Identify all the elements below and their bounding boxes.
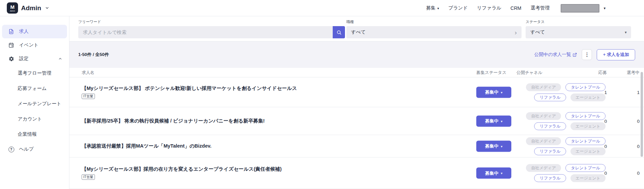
sidebar-item-application-form[interactable]: 応募フォーム bbox=[0, 81, 69, 96]
brand-name: Admin bbox=[21, 4, 41, 12]
status-filter: ステータス すべて ▾ bbox=[526, 19, 631, 38]
status-label: 募集中 bbox=[485, 170, 498, 176]
job-title-link[interactable]: 【承認前送付厳禁】採用MAツール「MyTalent」のBizdev. bbox=[82, 143, 212, 149]
table-row: 【承認前送付厳禁】採用MAツール「MyTalent」のBizdev. 募集中 ▾… bbox=[69, 135, 644, 157]
caret-down-icon: ▾ bbox=[501, 171, 502, 175]
screening-count: 1 bbox=[619, 90, 640, 95]
brand-menu[interactable]: M Admin Admin bbox=[7, 2, 49, 14]
caret-down-icon: ▾ bbox=[625, 30, 627, 35]
nav-brand-label: ブランド bbox=[448, 5, 468, 11]
nav-referral-label: リファラル bbox=[477, 5, 501, 11]
channel-badge: 自社メディア bbox=[526, 83, 561, 91]
status-dropdown-button[interactable]: 募集中 ▾ bbox=[476, 87, 511, 98]
sidebar-item-jobs[interactable]: 求人 bbox=[2, 25, 67, 38]
screening-count: 0 bbox=[619, 144, 640, 149]
job-title-link[interactable]: 【Myシリーズセールス部】採用の在り方を変えるエンタープライズセールス(責任者候… bbox=[82, 166, 282, 172]
channel-badge: リファラル bbox=[534, 93, 566, 101]
sidebar-subitem-label: 選考フロー管理 bbox=[18, 70, 51, 76]
topbar: M Admin Admin 募集 ▾ ブランド リファラル CRM 選考管理 ▾ bbox=[0, 0, 644, 16]
chevron-down-icon bbox=[45, 6, 49, 10]
screening-count: 0 bbox=[619, 118, 640, 124]
help-icon: ? bbox=[8, 146, 14, 152]
external-link-icon bbox=[573, 53, 577, 57]
sidebar-item-help[interactable]: ? ヘルプ bbox=[0, 143, 69, 156]
sidebar-subitem-label: メールテンプレート bbox=[18, 101, 61, 107]
sidebar-item-label: ヘルプ bbox=[19, 146, 34, 152]
sidebar-subitem-label: 応募フォーム bbox=[18, 86, 47, 92]
nav-crm[interactable]: CRM bbox=[511, 5, 522, 11]
table-row: 【Myシリーズセールス部】採用の在り方を変えるエンタープライズセールス(責任者候… bbox=[69, 157, 644, 189]
vertical-scrollbar-thumb[interactable] bbox=[641, 72, 643, 157]
status-select[interactable]: すべて ▾ bbox=[526, 26, 631, 38]
sidebar-item-label: イベント bbox=[19, 42, 38, 48]
gear-icon bbox=[8, 56, 14, 62]
keyword-label: フリーワード bbox=[78, 19, 345, 24]
sidebar-item-mail-template[interactable]: メールテンプレート bbox=[0, 96, 69, 111]
sidebar-item-label: 求人 bbox=[19, 29, 29, 35]
public-jobs-link[interactable]: 公開中の求人一覧 bbox=[534, 52, 577, 58]
nav-referral[interactable]: リファラル bbox=[477, 5, 501, 11]
job-category-tag: IT営業 bbox=[82, 174, 95, 180]
applications-count: 0 bbox=[587, 171, 607, 176]
logo-letter: M bbox=[10, 4, 15, 10]
sidebar-item-company-info[interactable]: 企業情報 bbox=[0, 127, 69, 142]
table-header: 求人名 募集ステータス 公開チャネル 応募 選考中 bbox=[69, 68, 644, 77]
logo-subtext: Admin bbox=[10, 10, 15, 12]
job-title-cell: 【Myシリーズセールス部】 ポテンシャル歓迎!新しい採用マーケットを創るインサイ… bbox=[82, 85, 453, 99]
kebab-icon: ⋮ bbox=[584, 52, 590, 58]
sidebar: 求人 イベント 設定 選考フロー管理 応募フォーム メールテンプレート アカウン… bbox=[0, 16, 69, 189]
status-dropdown-button[interactable]: 募集中 ▾ bbox=[476, 168, 511, 179]
search-button[interactable] bbox=[333, 26, 345, 38]
main-content: フリーワード 職種 すべて › ステータス すべて ▾ bbox=[69, 16, 644, 189]
more-actions-button[interactable]: ⋮ bbox=[582, 49, 592, 60]
job-category-tag: IT営業 bbox=[82, 94, 95, 99]
job-title-link[interactable]: 【新卒採用/25卒】 将来の執行役員候補 / ビジョナリーカンパニーを創る新卒募… bbox=[82, 118, 265, 124]
document-icon bbox=[8, 29, 14, 35]
calendar-icon bbox=[8, 42, 14, 48]
sidebar-item-events[interactable]: イベント bbox=[0, 38, 69, 52]
add-job-button[interactable]: + 求人を追加 bbox=[597, 49, 635, 60]
jobtype-selected-value: すべて bbox=[351, 29, 366, 35]
job-title-cell: 【Myシリーズセールス部】採用の在り方を変えるエンタープライズセールス(責任者候… bbox=[82, 166, 453, 180]
nav-screening[interactable]: 選考管理 bbox=[530, 5, 549, 11]
channel-badge: リファラル bbox=[534, 147, 566, 155]
results-toolbar: 1-50件 / 全50件 公開中の求人一覧 ⋮ + 求人を追加 bbox=[69, 41, 644, 68]
filter-panel: フリーワード 職種 すべて › ステータス すべて ▾ bbox=[69, 16, 644, 41]
status-label: 募集中 bbox=[485, 89, 498, 95]
jobtype-select[interactable]: すべて › bbox=[346, 26, 522, 38]
sidebar-item-account[interactable]: アカウント bbox=[0, 111, 69, 127]
status-label: ステータス bbox=[526, 19, 631, 24]
channel-badge: 自社メディア bbox=[526, 137, 561, 145]
status-selected-value: すべて bbox=[530, 29, 545, 35]
jobtype-label: 職種 bbox=[346, 19, 522, 24]
account-menu[interactable]: ▾ bbox=[559, 4, 606, 13]
channel-badge: 自社メディア bbox=[526, 164, 561, 172]
jobtype-filter: 職種 すべて › bbox=[346, 19, 522, 38]
sidebar-item-settings[interactable]: 設定 bbox=[0, 52, 69, 65]
applications-count: 0 bbox=[587, 118, 607, 124]
col-header-job-name: 求人名 bbox=[82, 70, 95, 75]
caret-down-icon: ▾ bbox=[501, 119, 502, 123]
sidebar-subitem-label: 企業情報 bbox=[18, 131, 37, 137]
caret-down-icon: ▾ bbox=[501, 144, 502, 148]
nav-brand[interactable]: ブランド bbox=[448, 5, 468, 11]
nav-recruiting[interactable]: 募集 ▾ bbox=[426, 5, 439, 11]
public-jobs-link-label: 公開中の求人一覧 bbox=[534, 52, 571, 58]
job-title-link[interactable]: 【Myシリーズセールス部】 ポテンシャル歓迎!新しい採用マーケットを創るインサイ… bbox=[82, 85, 297, 91]
screening-count: 0 bbox=[619, 171, 640, 176]
search-icon bbox=[336, 30, 342, 35]
sidebar-item-selection-flow[interactable]: 選考フロー管理 bbox=[0, 65, 69, 81]
nav-crm-label: CRM bbox=[511, 5, 522, 11]
channel-badge: リファラル bbox=[534, 174, 566, 182]
chevron-up-icon bbox=[58, 57, 62, 61]
status-label: 募集中 bbox=[485, 118, 498, 124]
keyword-search-input[interactable] bbox=[78, 26, 333, 38]
keyword-filter: フリーワード bbox=[78, 19, 345, 38]
caret-down-icon: ▾ bbox=[437, 6, 439, 10]
channel-badge: 自社メディア bbox=[526, 112, 561, 120]
status-dropdown-button[interactable]: 募集中 ▾ bbox=[476, 140, 511, 152]
app-logo: M Admin bbox=[7, 2, 18, 14]
col-header-status: 募集ステータス bbox=[476, 70, 507, 75]
status-dropdown-button[interactable]: 募集中 ▾ bbox=[476, 115, 511, 127]
sidebar-item-label: 設定 bbox=[19, 56, 29, 62]
